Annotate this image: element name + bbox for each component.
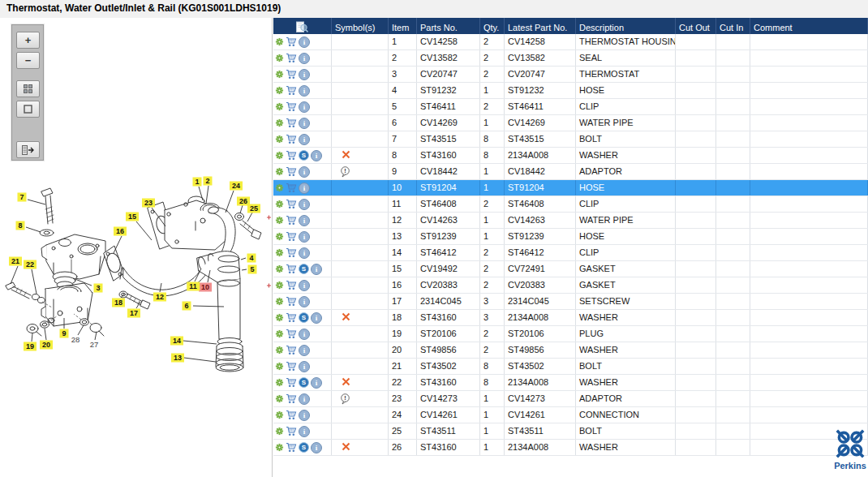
info-icon[interactable]: i — [299, 329, 310, 340]
cart-icon[interactable] — [286, 426, 297, 436]
cart-icon[interactable] — [286, 329, 297, 339]
supersession-icon[interactable]: S — [299, 264, 309, 274]
callout-5[interactable]: 5 — [247, 265, 256, 274]
callout-3[interactable]: 3 — [93, 284, 102, 293]
cart-icon[interactable] — [286, 393, 297, 404]
column-header-comment[interactable]: Comment — [750, 18, 868, 34]
order-gear-icon[interactable] — [275, 70, 284, 79]
callout-8[interactable]: 8 — [15, 221, 24, 230]
cart-icon[interactable] — [286, 69, 297, 80]
table-row-item-16[interactable]: i16CV203832CV20383GASKET — [273, 277, 868, 294]
order-gear-icon[interactable] — [275, 410, 284, 419]
cart-icon[interactable] — [286, 377, 297, 388]
info-icon[interactable]: i — [311, 312, 322, 324]
table-row-item-23[interactable]: i!23CV142731CV14273ADAPTOR — [273, 391, 868, 407]
column-header-icon[interactable] — [273, 18, 332, 34]
order-gear-icon[interactable] — [275, 281, 284, 290]
table-row-item-3[interactable]: i3CV207472CV20747THERMOSTAT — [273, 67, 868, 83]
table-row-item-22[interactable]: Si22ST4316082134A008WASHER — [273, 375, 868, 391]
column-header-description[interactable]: Description — [576, 18, 676, 34]
cart-icon[interactable] — [286, 37, 297, 47]
callout-10[interactable]: 10 — [199, 283, 212, 292]
info-icon[interactable]: i — [299, 426, 310, 437]
table-row-item-6[interactable]: i6CV142691CV14269WATER PIPE — [273, 115, 868, 131]
callout-1[interactable]: 1 — [192, 178, 201, 187]
column-header-qty-[interactable]: Qty. — [480, 18, 505, 34]
info-icon[interactable]: i — [299, 69, 310, 80]
info-icon[interactable]: i — [299, 247, 310, 259]
column-header-cut-out[interactable]: Cut Out — [676, 18, 716, 34]
info-icon[interactable]: i — [299, 53, 310, 64]
info-icon[interactable]: i — [299, 134, 310, 145]
column-header-cut-in[interactable]: Cut In — [716, 18, 750, 34]
info-icon[interactable]: i — [299, 85, 310, 97]
table-row-item-14[interactable]: i14ST464122ST46412CLIP — [273, 245, 868, 261]
table-row-item-4[interactable]: i4ST912321ST91232HOSE — [273, 83, 868, 99]
order-gear-icon[interactable] — [275, 346, 284, 355]
column-header-symbol-s-[interactable]: Symbol(s) — [332, 18, 389, 34]
supersession-icon[interactable]: S — [299, 442, 309, 453]
callout-9[interactable]: 9 — [59, 329, 68, 338]
table-row-item-13[interactable]: i13ST912391ST91239HOSE — [273, 229, 868, 245]
info-icon[interactable]: i — [299, 101, 310, 113]
zoom-in-button[interactable]: + — [16, 32, 40, 49]
info-icon[interactable]: i — [299, 37, 310, 48]
order-gear-icon[interactable] — [275, 313, 284, 322]
callout-19[interactable]: 19 — [24, 342, 37, 351]
supersession-icon[interactable]: S — [299, 150, 309, 161]
export-panel-button[interactable] — [16, 141, 40, 158]
table-row-item-9[interactable]: i!9CV184421CV18442ADAPTOR — [273, 164, 868, 180]
order-gear-icon[interactable] — [275, 264, 284, 273]
info-icon[interactable]: i — [311, 264, 322, 275]
cart-icon[interactable] — [286, 231, 297, 242]
order-gear-icon[interactable] — [275, 443, 284, 452]
cart-icon[interactable] — [286, 101, 297, 112]
info-icon[interactable]: i — [299, 215, 310, 226]
tile-view-button[interactable] — [16, 80, 40, 97]
order-gear-icon[interactable] — [275, 394, 284, 403]
info-icon[interactable]: i — [299, 393, 310, 405]
callout-22[interactable]: 22 — [24, 260, 37, 269]
order-gear-icon[interactable] — [275, 362, 284, 371]
order-gear-icon[interactable] — [275, 54, 284, 62]
callout-26[interactable]: 26 — [237, 197, 250, 206]
cart-icon[interactable] — [286, 264, 297, 274]
order-gear-icon[interactable] — [275, 216, 284, 225]
callout-18[interactable]: 18 — [112, 299, 125, 307]
callout-21[interactable]: 21 — [9, 257, 22, 266]
cart-icon[interactable] — [286, 199, 297, 209]
cart-icon[interactable] — [286, 118, 297, 128]
info-icon[interactable]: i — [299, 296, 310, 307]
column-header-parts-no-[interactable]: Parts No. — [417, 18, 480, 34]
order-gear-icon[interactable] — [275, 86, 284, 95]
callout-15[interactable]: 15 — [126, 213, 139, 221]
cart-icon[interactable] — [286, 53, 297, 63]
table-row-item-25[interactable]: i25ST435111ST43511BOLT — [273, 423, 868, 440]
callout-2[interactable]: 2 — [203, 177, 212, 186]
table-row-item-20[interactable]: i20ST498562ST49856WASHER — [273, 342, 868, 359]
cart-icon[interactable] — [286, 134, 297, 144]
order-gear-icon[interactable] — [275, 37, 284, 46]
order-gear-icon[interactable] — [275, 200, 284, 208]
order-gear-icon[interactable] — [275, 232, 284, 241]
table-row-item-1[interactable]: i1CV142582CV14258THERMOSTAT HOUSING — [273, 34, 868, 50]
callout-12[interactable]: 12 — [153, 293, 166, 302]
callout-16[interactable]: 16 — [114, 227, 127, 236]
callout-4[interactable]: 4 — [247, 254, 256, 263]
callout-17[interactable]: 17 — [127, 309, 140, 318]
column-header-item[interactable]: Item — [389, 18, 417, 34]
order-gear-icon[interactable] — [275, 135, 284, 144]
callout-7[interactable]: 7 — [17, 193, 26, 202]
cart-icon[interactable] — [286, 166, 297, 177]
info-icon[interactable]: i — [299, 361, 310, 372]
table-row-item-26[interactable]: Si26ST4316012134A008WASHER — [273, 440, 868, 456]
table-row-item-12[interactable]: i12CV142631CV14263WATER PIPE — [273, 213, 868, 229]
table-row-item-2[interactable]: i2CV135822CV13582SEAL — [273, 50, 868, 67]
cart-icon[interactable] — [286, 296, 297, 307]
callout-23[interactable]: 23 — [142, 199, 155, 208]
order-gear-icon[interactable] — [275, 183, 284, 192]
table-row-item-7[interactable]: i7ST435158ST43515BOLT — [273, 131, 868, 148]
order-gear-icon[interactable] — [275, 248, 284, 257]
info-icon[interactable]: i — [311, 442, 322, 453]
cart-icon[interactable] — [286, 280, 297, 290]
